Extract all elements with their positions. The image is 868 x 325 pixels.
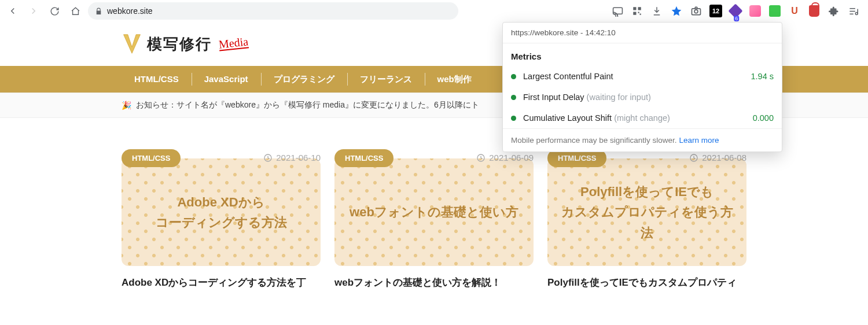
status-dot-icon [511,95,516,100]
site-logo[interactable]: 模写修行 Media [122,32,248,56]
notice-text: お知らせ：サイト名が『webkore』から『模写修行 media』に変更になりま… [136,100,479,110]
bookmark-star-icon[interactable] [670,5,683,17]
clock-icon [476,153,486,162]
logo-text: 模写修行 [147,34,212,54]
tag-chip[interactable]: HTML/CSS [334,149,393,167]
card-tile: Polyfillを使ってIEでもカスタムプロパティを使う方法 [547,158,746,266]
popup-footer: Mobile performance may be significantly … [503,128,782,152]
popup-origin: https://webkore.site - 14:42:10 [503,23,782,43]
svg-rect-0 [613,8,622,14]
url-text: webkore.site [107,6,153,16]
card-tile-title: Polyfillを使ってIEでもカスタムプロパティを使う方法 [559,182,735,243]
card-date: 2021-06-10 [263,153,321,162]
metric-row-cls: Cumulative Layout Shift (might change) 0… [503,108,782,128]
camera-icon[interactable] [690,5,703,17]
metric-row-lcp: Largest Contentful Paint 1.94 s [503,66,782,87]
svg-point-7 [694,10,698,13]
metric-label: Cumulative Layout Shift (might change) [523,113,746,123]
nav-item-htmlcss[interactable]: HTML/CSS [122,66,192,93]
article-card[interactable]: HTML/CSS 2021-06-09 webフォントの基礎と使い方 webフォ… [334,158,534,290]
calendar-ext-icon[interactable]: 12 [709,5,722,17]
green-ext-icon[interactable] [768,5,781,17]
svg-rect-2 [638,7,641,10]
card-tile-title: Adobe XDからコーディングする方法 [156,192,287,232]
svg-rect-4 [638,12,639,13]
extension-tray: 12 6 U [611,5,863,17]
party-popper-icon: 🎉 [122,101,131,110]
reload-button[interactable] [46,3,62,19]
u-ext-icon[interactable]: U [788,5,801,17]
popup-title: Metrics [503,43,782,66]
lock-icon [95,8,102,15]
metric-label: First Input Delay (waiting for input) [523,93,767,102]
extensions-puzzle-icon[interactable] [827,5,840,17]
card-tile: webフォントの基礎と使い方 [334,158,534,266]
clock-icon [689,153,698,162]
article-card[interactable]: HTML/CSS 2021-06-08 Polyfillを使ってIEでもカスタム… [547,158,746,290]
calendar-badge: 12 [709,5,722,17]
metric-label: Largest Contentful Paint [523,72,744,81]
svg-rect-1 [633,7,636,10]
bag-ext-icon[interactable] [808,5,821,17]
purple-badge: 6 [734,16,739,21]
card-tile: Adobe XDからコーディングする方法 [122,158,321,266]
nav-item-freelance[interactable]: フリーランス [347,66,425,93]
logo-media: Media [218,35,249,51]
card-caption: Adobe XDからコーディングする方法を丁 [122,275,321,290]
metric-row-fid: First Input Delay (waiting for input) [503,87,782,108]
back-button[interactable] [5,3,21,19]
status-dot-icon [511,74,516,79]
nav-item-programming[interactable]: プログラミング [261,66,347,93]
purple-ext-icon[interactable]: 6 [729,5,742,17]
pink-ext-icon[interactable] [749,5,762,17]
svg-rect-3 [633,12,636,15]
download-icon[interactable] [650,5,663,17]
browser-toolbar: webkore.site 12 6 U [0,0,868,22]
card-date: 2021-06-08 [689,153,746,162]
forward-button[interactable] [25,3,42,19]
nav-item-webmaking[interactable]: web制作 [425,66,484,93]
card-date: 2021-06-09 [476,153,534,162]
metric-value: 1.94 s [751,72,774,81]
home-button[interactable] [67,3,83,19]
address-bar[interactable]: webkore.site [88,2,458,20]
article-card[interactable]: HTML/CSS 2021-06-10 Adobe XDからコーディングする方法… [122,158,321,290]
card-caption: Polyfillを使ってIEでもカスタムプロパティ [547,275,746,290]
nav-item-javascript[interactable]: JavaScript [192,66,261,93]
qr-icon[interactable] [631,5,643,17]
cast-icon[interactable] [611,5,624,17]
web-vitals-popup: https://webkore.site - 14:42:10 Metrics … [502,22,782,152]
card-caption: webフォントの基礎と使い方を解説！ [334,275,534,290]
svg-rect-5 [640,14,641,15]
clock-icon [263,153,273,162]
learn-more-link[interactable]: Learn more [679,136,719,145]
metric-value: 0.000 [753,113,774,123]
playlist-icon[interactable] [847,5,860,17]
status-dot-icon [511,116,516,121]
card-tile-title: webフォントの基礎と使い方 [350,202,518,222]
tag-chip[interactable]: HTML/CSS [122,149,181,167]
logo-v-icon [122,32,142,56]
